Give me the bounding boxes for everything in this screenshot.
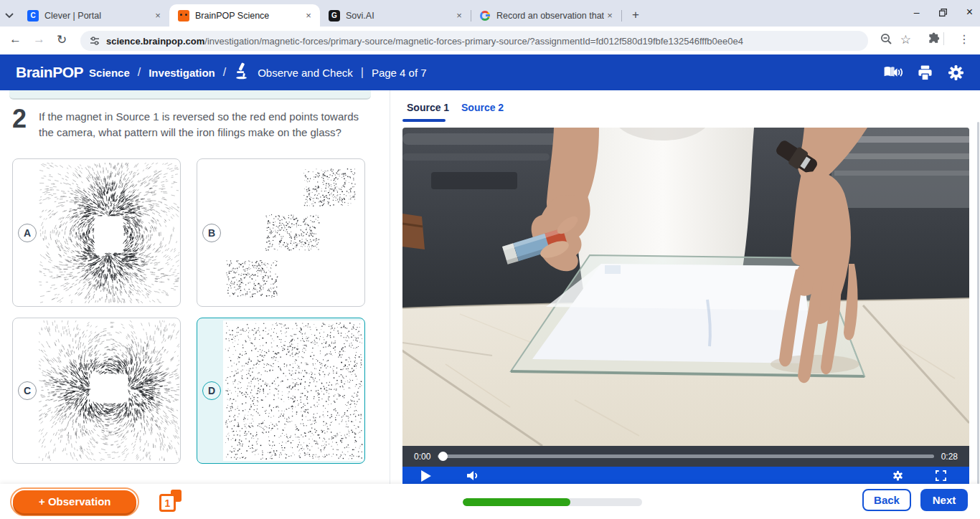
- add-observation-button-ring: + Observation: [10, 487, 139, 516]
- option-letter-badge: B: [202, 224, 221, 242]
- seek-knob[interactable]: [438, 452, 448, 461]
- question-number: 2: [12, 106, 27, 132]
- tab-close-icon[interactable]: ×: [152, 10, 164, 21]
- window-controls: – ×: [914, 0, 973, 24]
- answer-option-a[interactable]: A: [12, 158, 181, 307]
- read-aloud-icon[interactable]: [882, 64, 903, 81]
- tab-close-icon[interactable]: ×: [453, 10, 465, 21]
- reload-icon[interactable]: ↻: [57, 32, 67, 47]
- clever-favicon: C: [27, 10, 39, 22]
- option-d-pattern-image: [223, 320, 364, 461]
- window-restore-button[interactable]: [938, 8, 948, 17]
- brainpop-header: BrainPOP Science / Investigation / Obser…: [0, 54, 980, 90]
- tab-title: Sovi.AI: [346, 11, 453, 21]
- tab-source-1[interactable]: Source 1: [407, 102, 449, 113]
- site-settings-icon[interactable]: [89, 35, 100, 47]
- volume-icon[interactable]: [467, 470, 480, 481]
- current-time: 0:00: [414, 452, 430, 462]
- observation-count: 1: [159, 494, 176, 512]
- sovi-favicon: G: [329, 10, 340, 22]
- microscope-icon: [234, 62, 250, 82]
- lesson-progress-fill: [463, 498, 570, 506]
- answer-option-d[interactable]: D: [197, 318, 365, 464]
- page-indicator: Page 4 of 7: [372, 67, 427, 79]
- print-icon[interactable]: [917, 65, 933, 81]
- previous-card-edge: [9, 90, 371, 100]
- browser-tab-brainpop[interactable]: BrainPOP Science ×: [169, 4, 320, 27]
- play-icon[interactable]: [421, 470, 431, 482]
- bookmark-star-icon[interactable]: ☆: [900, 32, 911, 47]
- back-navigation-icon[interactable]: ←: [9, 32, 22, 47]
- tab-close-icon[interactable]: ×: [303, 10, 314, 21]
- lesson-progress-bar: [463, 498, 642, 506]
- breadcrumb-investigation[interactable]: Investigation: [149, 67, 215, 79]
- panel-divider: [390, 90, 390, 519]
- zoom-icon[interactable]: [880, 32, 892, 45]
- video-control-bar: [402, 467, 969, 484]
- brainpop-logo-science: Science: [89, 67, 130, 79]
- video-player[interactable]: 0:00 0:28: [402, 128, 969, 484]
- option-letter-badge: A: [18, 224, 37, 242]
- option-a-pattern-image: [39, 163, 179, 303]
- question-text: If the magnet in Source 1 is reversed so…: [39, 109, 363, 141]
- video-frame: [402, 128, 969, 446]
- url-text: science.brainpop.com/investigation/magne…: [106, 36, 743, 47]
- footer-bar: + Observation 1 Back Next: [0, 484, 980, 519]
- tab-title: Record an observation that des: [496, 11, 604, 21]
- video-settings-gear-icon[interactable]: [892, 470, 903, 481]
- tab-close-icon[interactable]: ×: [604, 10, 616, 21]
- new-tab-button[interactable]: +: [626, 5, 646, 25]
- browser-tab-sovi[interactable]: G Sovi.AI ×: [320, 4, 471, 27]
- option-letter-badge: D: [202, 381, 221, 400]
- seek-bar[interactable]: [438, 454, 933, 458]
- answer-option-b[interactable]: B: [197, 158, 365, 307]
- back-button[interactable]: Back: [862, 489, 911, 511]
- window-close-button[interactable]: ×: [966, 6, 973, 19]
- tab-title: Clever | Portal: [44, 11, 152, 21]
- brainpop-favicon: [178, 10, 189, 22]
- tab-source-2[interactable]: Source 2: [461, 102, 504, 113]
- forward-navigation-icon[interactable]: →: [33, 32, 45, 47]
- window-minimize-button[interactable]: –: [914, 6, 920, 18]
- browser-window: C Clever | Portal × BrainPOP Science × G…: [0, 0, 980, 519]
- add-observation-button[interactable]: + Observation: [13, 490, 136, 513]
- observation-count-badge[interactable]: 1: [159, 490, 182, 512]
- answer-option-c[interactable]: C: [12, 318, 181, 464]
- brainpop-logo[interactable]: BrainPOP: [16, 64, 83, 81]
- browser-tab-clever[interactable]: C Clever | Portal ×: [19, 4, 169, 27]
- next-button[interactable]: Next: [920, 489, 968, 511]
- option-letter-badge: C: [18, 381, 37, 400]
- option-c-pattern-image: [39, 320, 179, 461]
- section-title: Observe and Check: [258, 67, 353, 79]
- google-favicon: [479, 10, 491, 22]
- settings-gear-icon[interactable]: [948, 65, 964, 81]
- address-bar[interactable]: science.brainpop.com/investigation/magne…: [80, 31, 868, 51]
- scrollbar[interactable]: [977, 122, 979, 484]
- browser-tab-google-doc[interactable]: Record an observation that des ×: [471, 4, 621, 27]
- tab-search-chevron-icon[interactable]: [0, 5, 19, 27]
- active-tab-underline: [402, 119, 446, 122]
- video-timebar: 0:00 0:28: [402, 446, 969, 467]
- main-content: 2 If the magnet in Source 1 is reversed …: [0, 90, 980, 519]
- tab-title: BrainPOP Science: [195, 11, 303, 21]
- fullscreen-icon[interactable]: [936, 470, 946, 481]
- browser-tab-strip: C Clever | Portal × BrainPOP Science × G…: [0, 0, 980, 27]
- option-b-pattern-image: [223, 163, 364, 303]
- video-duration: 0:28: [941, 452, 958, 462]
- browser-menu-kebab-icon[interactable]: ⋮: [958, 32, 970, 46]
